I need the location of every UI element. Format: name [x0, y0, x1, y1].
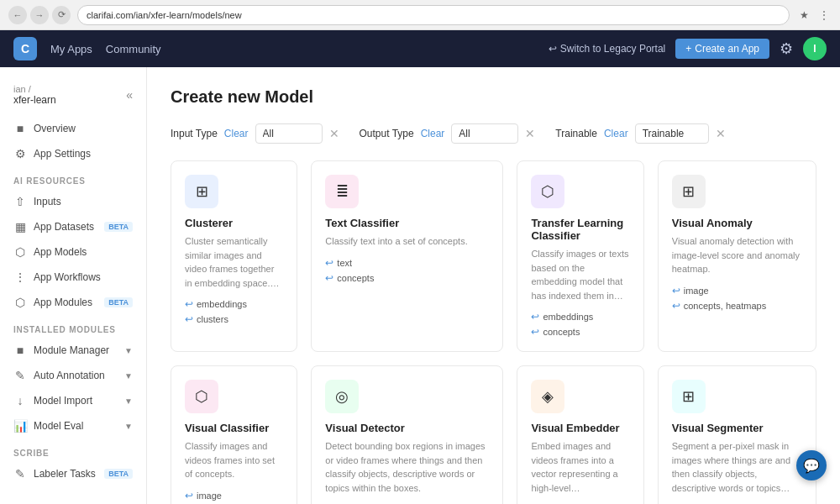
- overview-icon: ■: [13, 122, 27, 135]
- module-manager-arrow: ▼: [124, 346, 133, 355]
- settings-icon: ⚙: [13, 147, 27, 160]
- output-type-select[interactable]: All: [451, 123, 518, 144]
- model-card-visual-anomaly[interactable]: ⊞ Visual Anomaly Visual anomaly detectio…: [658, 160, 816, 352]
- forward-button[interactable]: →: [30, 6, 49, 24]
- sidebar-item-app-workflows[interactable]: ⋮ App Workflows: [0, 265, 146, 290]
- model-output: ↩ concepts: [325, 272, 489, 284]
- model-title: Clusterer: [185, 217, 283, 229]
- legacy-icon: ↩: [549, 43, 557, 55]
- model-card-transfer-learning-classifier[interactable]: ⬡ Transfer Learning Classifier Classify …: [517, 160, 643, 352]
- output-label: text: [337, 258, 352, 268]
- model-icon: ⬡: [185, 380, 218, 413]
- model-card-text-classifier[interactable]: ≣ Text Classifier Classify text into a s…: [311, 160, 503, 352]
- output-label: concepts: [543, 327, 580, 337]
- model-title: Visual Segmenter: [672, 422, 802, 434]
- output-type-remove[interactable]: ✕: [525, 127, 535, 140]
- sidebar: ian / xfer-learn « ■ Overview ⚙ App Sett…: [0, 67, 147, 504]
- sidebar-item-app-modules[interactable]: ⬡ App Modules BETA: [0, 290, 146, 315]
- model-title: Visual Embedder: [531, 422, 629, 434]
- input-type-clear[interactable]: Clear: [224, 128, 249, 139]
- bookmark-icon[interactable]: ★: [796, 8, 811, 23]
- trainable-remove[interactable]: ✕: [716, 127, 726, 140]
- model-card-visual-classifier[interactable]: ⬡ Visual Classifier Classify images and …: [171, 365, 297, 504]
- model-output: ↩ embeddings: [531, 311, 629, 323]
- input-type-filter-group: Input Type Clear All ✕: [171, 123, 339, 144]
- output-label: embeddings: [197, 299, 247, 309]
- model-card-clusterer[interactable]: ⊞ Clusterer Cluster semantically similar…: [171, 160, 297, 352]
- trainable-filter-group: Trainable Clear Trainable ✕: [555, 123, 725, 144]
- modules-icon: ⬡: [13, 296, 27, 309]
- model-output: ↩ concepts, heatmaps: [672, 300, 802, 312]
- model-output: ↩ image: [185, 490, 283, 501]
- reload-button[interactable]: ⟳: [52, 6, 71, 24]
- nav-community[interactable]: Community: [106, 43, 161, 55]
- auto-annotation-arrow: ▼: [124, 371, 133, 381]
- user-breadcrumb: ian /: [13, 84, 56, 94]
- ai-resources-section-label: AI RESOURCES: [0, 166, 146, 189]
- app-header-left: C My Apps Community: [13, 37, 161, 60]
- output-label: embeddings: [543, 312, 593, 322]
- output-type-filter-group: Output Type Clear All ✕: [360, 123, 536, 144]
- model-icon: ≣: [325, 175, 359, 208]
- model-icon: ⊞: [672, 175, 706, 208]
- output-icon: ↩: [672, 285, 680, 297]
- create-app-button[interactable]: + Create an App: [675, 39, 769, 59]
- sidebar-item-auto-annotation[interactable]: ✎ Auto Annotation ▼: [0, 363, 146, 388]
- app-logo[interactable]: C: [13, 37, 37, 60]
- trainable-clear[interactable]: Clear: [604, 128, 628, 139]
- input-type-select[interactable]: All: [255, 123, 323, 144]
- scribe-section-label: SCRIBE: [0, 438, 146, 461]
- output-icon: ↩: [531, 326, 539, 338]
- menu-icon[interactable]: ⋮: [816, 8, 832, 23]
- browser-nav-buttons: ← → ⟳: [8, 6, 71, 24]
- app-header-right: ↩ Switch to Legacy Portal + Create an Ap…: [549, 37, 827, 60]
- output-label: image: [684, 286, 709, 296]
- sidebar-item-module-manager[interactable]: ■ Module Manager ▼: [0, 338, 146, 363]
- legacy-portal-button[interactable]: ↩ Switch to Legacy Portal: [549, 43, 665, 55]
- user-section: ian / xfer-learn «: [0, 77, 146, 116]
- sidebar-item-app-models[interactable]: ⬡ App Models: [0, 239, 146, 265]
- sidebar-item-overview[interactable]: ■ Overview: [0, 116, 146, 141]
- model-icon: ⬡: [531, 175, 564, 208]
- model-description: Classify text into a set of concepts.: [325, 234, 489, 249]
- output-type-clear[interactable]: Clear: [421, 128, 445, 139]
- trainable-select[interactable]: Trainable: [635, 123, 709, 144]
- sidebar-item-model-import[interactable]: ↓ Model Import ▼: [0, 388, 146, 413]
- sidebar-collapse-button[interactable]: «: [126, 88, 133, 102]
- output-label: concepts: [337, 273, 374, 283]
- model-title: Visual Classifier: [185, 422, 283, 434]
- model-description: Visual anomaly detection with image-leve…: [672, 234, 802, 276]
- nav-my-apps[interactable]: My Apps: [50, 43, 92, 55]
- sidebar-item-labeler-tasks[interactable]: ✎ Labeler Tasks BETA: [0, 461, 146, 486]
- model-card-visual-detector[interactable]: ◎ Visual Detector Detect bounding box re…: [311, 365, 503, 504]
- input-type-remove[interactable]: ✕: [329, 127, 339, 140]
- sidebar-item-app-settings[interactable]: ⚙ App Settings: [0, 141, 146, 166]
- labeler-beta-badge: BETA: [104, 469, 133, 479]
- url-bar[interactable]: clarifai.com/ian/xfer-learn/models/new: [77, 5, 790, 25]
- modules-beta-badge: BETA: [104, 297, 133, 307]
- app-header: C My Apps Community ↩ Switch to Legacy P…: [0, 30, 840, 67]
- model-card-visual-embedder[interactable]: ◈ Visual Embedder Embed images and video…: [517, 365, 643, 504]
- output-icon: ↩: [531, 311, 539, 323]
- model-card-visual-segmenter[interactable]: ⊞ Visual Segmenter Segment a per-pixel m…: [658, 365, 816, 504]
- output-icon: ↩: [185, 490, 193, 501]
- sidebar-item-model-eval[interactable]: 📊 Model Eval ▼: [0, 413, 146, 438]
- chat-bubble-button[interactable]: 💬: [796, 450, 827, 480]
- user-project[interactable]: xfer-learn: [13, 94, 56, 106]
- page-title: Create new Model: [171, 87, 816, 107]
- browser-icons: ★ ⋮: [796, 8, 832, 23]
- models-grid: ⊞ Clusterer Cluster semantically similar…: [171, 160, 816, 504]
- model-title: Transfer Learning Classifier: [531, 217, 629, 242]
- model-eval-icon: 📊: [13, 419, 27, 433]
- user-avatar[interactable]: I: [803, 37, 827, 60]
- module-manager-icon: ■: [13, 344, 27, 357]
- output-label: clusters: [197, 314, 228, 324]
- model-output: ↩ image: [672, 285, 802, 297]
- filters-row: Input Type Clear All ✕ Output Type Clear…: [171, 123, 816, 144]
- sidebar-item-inputs[interactable]: ⇧ Inputs: [0, 189, 146, 214]
- user-menu-icon[interactable]: ⚙: [780, 39, 793, 58]
- sidebar-item-app-datasets[interactable]: ▦ App Datasets BETA: [0, 214, 146, 239]
- back-button[interactable]: ←: [8, 6, 27, 24]
- model-description: Detect bounding box regions in images or…: [325, 439, 489, 495]
- main-layout: ian / xfer-learn « ■ Overview ⚙ App Sett…: [0, 67, 840, 504]
